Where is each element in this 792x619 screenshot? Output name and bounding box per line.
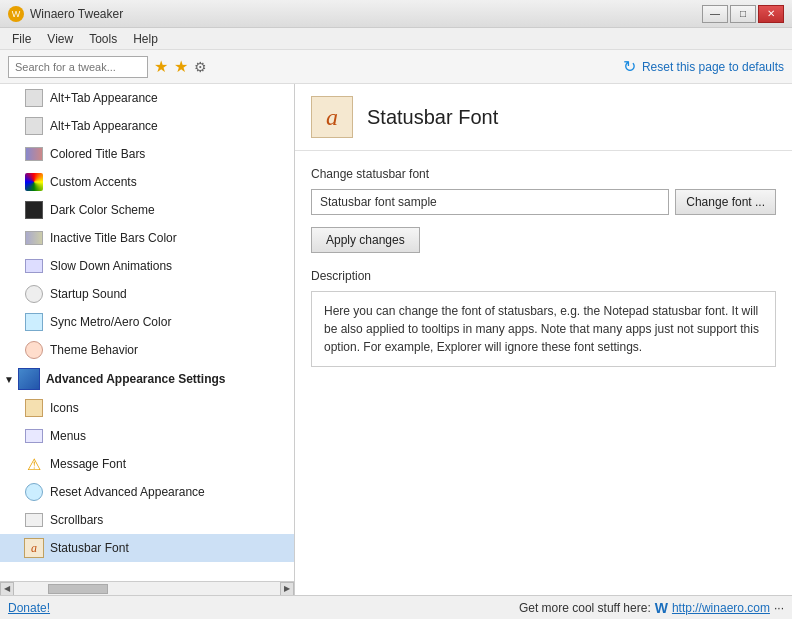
- sidebar-label-icons: Icons: [50, 401, 79, 415]
- sidebar-label-slow: Slow Down Animations: [50, 259, 172, 273]
- statusbar-icon: a: [24, 538, 44, 558]
- sidebar-scrollbar-horizontal: ◀ ▶: [0, 581, 294, 595]
- sidebar-item-colored-title[interactable]: Colored Title Bars: [0, 140, 294, 168]
- sidebar-label-reset-adv: Reset Advanced Appearance: [50, 485, 205, 499]
- menu-tools[interactable]: Tools: [81, 30, 125, 48]
- search-input[interactable]: [8, 56, 148, 78]
- panel-icon-char: a: [326, 104, 338, 131]
- theme-icon: [24, 340, 44, 360]
- sidebar-item-statusbar-font[interactable]: a Statusbar Font: [0, 534, 294, 562]
- reset-label: Reset this page to defaults: [642, 60, 784, 74]
- w-logo: W: [655, 600, 668, 616]
- menu-view[interactable]: View: [39, 30, 81, 48]
- main-content: Alt+Tab Appearance Alt+Tab Appearance Co…: [0, 84, 792, 595]
- sidebar-label-scrollbars: Scrollbars: [50, 513, 103, 527]
- app-icon: W: [8, 6, 24, 22]
- status-separator: ···: [774, 601, 784, 615]
- sidebar-item-dark[interactable]: Dark Color Scheme: [0, 196, 294, 224]
- sidebar-item-icons[interactable]: Icons: [0, 394, 294, 422]
- sidebar-group-label: Advanced Appearance Settings: [46, 372, 226, 386]
- sidebar-item-slow[interactable]: Slow Down Animations: [0, 252, 294, 280]
- sync-icon: [24, 312, 44, 332]
- sidebar-item-sync[interactable]: Sync Metro/Aero Color: [0, 308, 294, 336]
- sidebar-label-menus: Menus: [50, 429, 86, 443]
- menu-bar: File View Tools Help: [0, 28, 792, 50]
- expand-icon: ▼: [4, 374, 14, 385]
- sidebar-item-reset-adv[interactable]: Reset Advanced Appearance: [0, 478, 294, 506]
- title-bar-controls: — □ ✕: [702, 5, 784, 23]
- sidebar-item-sound[interactable]: Startup Sound: [0, 280, 294, 308]
- minimize-button[interactable]: —: [702, 5, 728, 23]
- font-sample-input[interactable]: [311, 189, 669, 215]
- sidebar-label-sync: Sync Metro/Aero Color: [50, 315, 171, 329]
- reset-adv-icon: [24, 482, 44, 502]
- menu-file[interactable]: File: [4, 30, 39, 48]
- panel-icon: a: [311, 96, 353, 138]
- reset-section[interactable]: ↻ Reset this page to defaults: [623, 57, 784, 76]
- desc-label: Description: [311, 269, 776, 283]
- sidebar-item-msgfont[interactable]: ⚠ Message Font: [0, 450, 294, 478]
- apply-changes-button[interactable]: Apply changes: [311, 227, 420, 253]
- right-panel: a Statusbar Font Change statusbar font C…: [295, 84, 792, 595]
- sidebar-item-accents[interactable]: Custom Accents: [0, 168, 294, 196]
- panel-header: a Statusbar Font: [295, 84, 792, 151]
- scroll-track-h: [28, 584, 266, 594]
- sidebar-item-scrollbars[interactable]: Scrollbars: [0, 506, 294, 534]
- desc-text: Here you can change the font of statusba…: [324, 304, 759, 354]
- sidebar-group-advanced[interactable]: ▼ Advanced Appearance Settings: [0, 364, 294, 394]
- colored-title-icon: [24, 144, 44, 164]
- title-bar: W Winaero Tweaker — □ ✕: [0, 0, 792, 28]
- scroll-thumb-h[interactable]: [48, 584, 108, 594]
- sidebar-label-sound: Startup Sound: [50, 287, 127, 301]
- star-icon-2[interactable]: ★: [174, 57, 188, 76]
- alttab-icon-2: [24, 116, 44, 136]
- sidebar-label-dark: Dark Color Scheme: [50, 203, 155, 217]
- donate-link[interactable]: Donate!: [8, 601, 50, 615]
- font-input-row: Change font ...: [311, 189, 776, 215]
- desc-box: Here you can change the font of statusba…: [311, 291, 776, 367]
- sidebar-item-alttab-2[interactable]: Alt+Tab Appearance: [0, 112, 294, 140]
- cool-stuff-label: Get more cool stuff here:: [519, 601, 651, 615]
- alttab-icon-1: [24, 88, 44, 108]
- sidebar-item-inactive[interactable]: Inactive Title Bars Color: [0, 224, 294, 252]
- menu-help[interactable]: Help: [125, 30, 166, 48]
- group-icon: [18, 368, 40, 390]
- reset-icon: ↻: [623, 57, 636, 76]
- scroll-right-arrow[interactable]: ▶: [280, 582, 294, 596]
- icons-icon: [24, 398, 44, 418]
- scrollbars-icon: [24, 510, 44, 530]
- sidebar-label-statusbar-font: Statusbar Font: [50, 541, 129, 555]
- toolbar: ★ ★ ⚙ ↻ Reset this page to defaults: [0, 50, 792, 84]
- sidebar-label-theme: Theme Behavior: [50, 343, 138, 357]
- status-bar: Donate! Get more cool stuff here: W http…: [0, 595, 792, 619]
- panel-title: Statusbar Font: [367, 106, 498, 129]
- sidebar-label-msgfont: Message Font: [50, 457, 126, 471]
- change-font-button[interactable]: Change font ...: [675, 189, 776, 215]
- sidebar-label-alttab-1: Alt+Tab Appearance: [50, 91, 158, 105]
- accents-icon: [24, 172, 44, 192]
- scroll-left-arrow[interactable]: ◀: [0, 582, 14, 596]
- sidebar-label-alttab-2: Alt+Tab Appearance: [50, 119, 158, 133]
- status-right: Get more cool stuff here: W http://winae…: [519, 600, 784, 616]
- window-title: Winaero Tweaker: [30, 7, 123, 21]
- maximize-button[interactable]: □: [730, 5, 756, 23]
- sidebar: Alt+Tab Appearance Alt+Tab Appearance Co…: [0, 84, 295, 595]
- star-icon-1[interactable]: ★: [154, 57, 168, 76]
- panel-body: Change statusbar font Change font ... Ap…: [295, 151, 792, 595]
- dark-icon: [24, 200, 44, 220]
- sidebar-list: Alt+Tab Appearance Alt+Tab Appearance Co…: [0, 84, 294, 581]
- slow-icon: [24, 256, 44, 276]
- sidebar-label-colored-title: Colored Title Bars: [50, 147, 145, 161]
- sidebar-item-theme[interactable]: Theme Behavior: [0, 336, 294, 364]
- inactive-icon: [24, 228, 44, 248]
- msgfont-icon: ⚠: [24, 454, 44, 474]
- settings-icon[interactable]: ⚙: [194, 59, 207, 75]
- title-bar-left: W Winaero Tweaker: [8, 6, 123, 22]
- sound-icon: [24, 284, 44, 304]
- sidebar-item-alttab-1[interactable]: Alt+Tab Appearance: [0, 84, 294, 112]
- winaero-link[interactable]: http://winaero.com: [672, 601, 770, 615]
- sidebar-item-menus[interactable]: Menus: [0, 422, 294, 450]
- section-label: Change statusbar font: [311, 167, 776, 181]
- close-button[interactable]: ✕: [758, 5, 784, 23]
- app-icon-letter: W: [12, 9, 21, 19]
